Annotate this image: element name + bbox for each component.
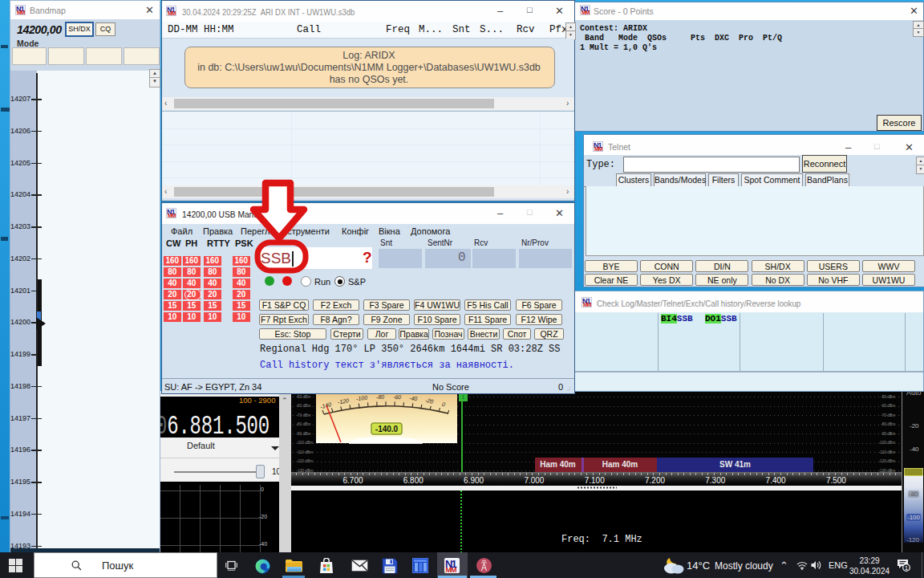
svg-text:1: 1 (905, 564, 909, 572)
svg-text:-140.0: -140.0 (375, 425, 399, 434)
svg-text:-80: -80 (376, 394, 384, 400)
svg-text:-40: -40 (409, 395, 418, 401)
svg-text:-60: -60 (393, 394, 402, 401)
